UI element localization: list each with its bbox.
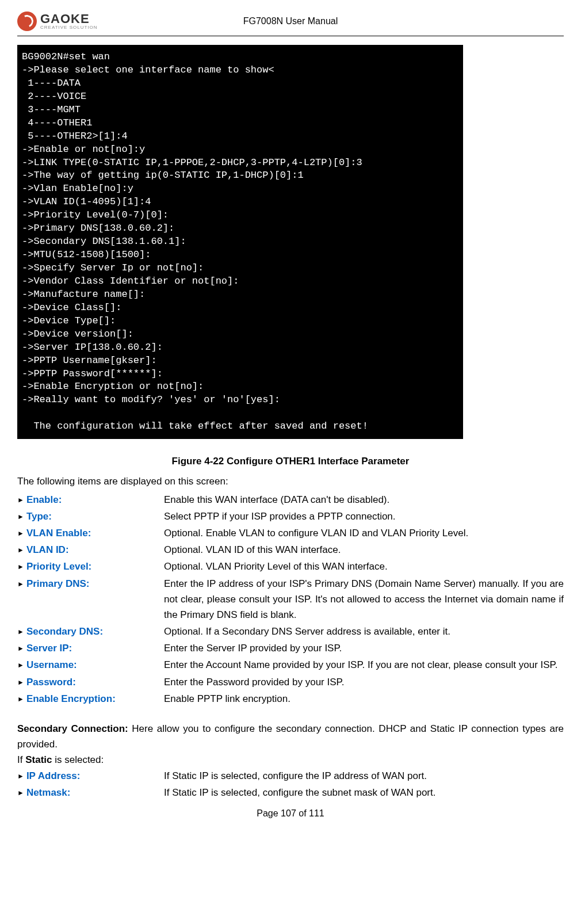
triangle-icon: ► xyxy=(17,511,24,522)
param-label: Secondary DNS: xyxy=(26,624,103,639)
param-label-col: ►Enable: xyxy=(17,492,164,507)
param-label-col: ►Server IP: xyxy=(17,640,164,656)
param-label: Server IP: xyxy=(26,640,72,656)
triangle-icon: ► xyxy=(17,627,24,637)
param-description: Select PPTP if your ISP provides a PPTP … xyxy=(164,509,564,524)
triangle-icon: ► xyxy=(17,788,24,799)
param-label: VLAN ID: xyxy=(26,542,69,558)
terminal-screenshot: BG9002N#set wan ->Please select one inte… xyxy=(17,45,463,439)
param-description: Optional. VLAN Priority Level of this WA… xyxy=(164,559,564,574)
param-label: VLAN Enable: xyxy=(26,525,91,541)
figure-caption: Figure 4-22 Configure OTHER1 Interface P… xyxy=(17,453,564,469)
triangle-icon: ► xyxy=(17,677,24,688)
param-label-col: ►Secondary DNS: xyxy=(17,624,164,639)
intro-text: The following items are displayed on thi… xyxy=(17,474,564,489)
param-label-col: ►VLAN Enable: xyxy=(17,525,164,541)
param-row: ►VLAN ID:Optional. VLAN ID of this WAN i… xyxy=(17,542,564,558)
param-label: Primary DNS: xyxy=(26,576,90,591)
logo-name: GAOKE xyxy=(40,13,98,25)
static-intro: If Static is selected: xyxy=(17,752,564,768)
param-row: ►IP Address:If Static IP is selected, co… xyxy=(17,768,564,784)
param-row: ►Type:Select PPTP if your ISP provides a… xyxy=(17,509,564,524)
secondary-connection-section: Secondary Connection: Here allow you to … xyxy=(17,721,564,752)
param-row: ►VLAN Enable:Optional. Enable VLAN to co… xyxy=(17,525,564,541)
static-parameters-list: ►IP Address:If Static IP is selected, co… xyxy=(17,768,564,800)
param-label: Enable Encryption: xyxy=(26,691,116,707)
triangle-icon: ► xyxy=(17,528,24,539)
triangle-icon: ► xyxy=(17,562,24,572)
triangle-icon: ► xyxy=(17,579,24,590)
param-row: ►Secondary DNS:Optional. If a Secondary … xyxy=(17,624,564,639)
document-title: FG7008N User Manual xyxy=(243,14,338,29)
param-label-col: ►VLAN ID: xyxy=(17,542,164,558)
param-description: Enter the IP address of your ISP's Prima… xyxy=(164,576,564,623)
param-description: Enable PPTP link encryption. xyxy=(164,691,564,707)
param-row: ►Enable:Enable this WAN interface (DATA … xyxy=(17,492,564,507)
logo-icon xyxy=(17,12,37,31)
param-row: ►Netmask:If Static IP is selected, confi… xyxy=(17,785,564,800)
param-description: Optional. VLAN ID of this WAN interface. xyxy=(164,542,564,558)
logo-tagline: CREATIVE SOLUTION xyxy=(40,25,98,30)
param-label-col: ►Username: xyxy=(17,657,164,673)
param-row: ►Priority Level:Optional. VLAN Priority … xyxy=(17,559,564,574)
param-description: Enter the Password provided by your ISP. xyxy=(164,674,564,690)
param-label: Priority Level: xyxy=(26,559,91,574)
param-label: Type: xyxy=(26,509,52,524)
triangle-icon: ► xyxy=(17,771,24,782)
param-label-col: ►Enable Encryption: xyxy=(17,691,164,707)
param-label-col: ►Primary DNS: xyxy=(17,576,164,591)
param-row: ►Server IP:Enter the Server IP provided … xyxy=(17,640,564,656)
parameters-list: ►Enable:Enable this WAN interface (DATA … xyxy=(17,492,564,707)
param-label: Netmask: xyxy=(26,785,71,800)
param-label: Enable: xyxy=(26,492,62,507)
param-description: If Static IP is selected, configure the … xyxy=(164,768,564,784)
logo: GAOKE CREATIVE SOLUTION xyxy=(17,12,98,31)
param-label-col: ►Netmask: xyxy=(17,785,164,800)
page-header: GAOKE CREATIVE SOLUTION FG7008N User Man… xyxy=(17,12,564,36)
param-row: ►Username:Enter the Account Name provide… xyxy=(17,657,564,673)
triangle-icon: ► xyxy=(17,545,24,556)
secondary-heading: Secondary Connection: xyxy=(17,723,128,734)
page-footer: Page 107 of 111 xyxy=(17,806,564,821)
param-label: Username: xyxy=(26,657,77,673)
param-label-col: ►Priority Level: xyxy=(17,559,164,574)
param-row: ►Enable Encryption:Enable PPTP link encr… xyxy=(17,691,564,707)
param-label-col: ►IP Address: xyxy=(17,768,164,784)
triangle-icon: ► xyxy=(17,694,24,705)
triangle-icon: ► xyxy=(17,495,24,506)
param-description: Optional. Enable VLAN to configure VLAN … xyxy=(164,525,564,541)
param-label-col: ►Password: xyxy=(17,674,164,690)
param-description: If Static IP is selected, configure the … xyxy=(164,785,564,800)
triangle-icon: ► xyxy=(17,643,24,654)
param-row: ►Password:Enter the Password provided by… xyxy=(17,674,564,690)
param-label: Password: xyxy=(26,674,76,690)
param-description: Enter the Server IP provided by your ISP… xyxy=(164,640,564,656)
param-row: ►Primary DNS:Enter the IP address of you… xyxy=(17,576,564,623)
param-description: Optional. If a Secondary DNS Server addr… xyxy=(164,624,564,639)
param-label-col: ►Type: xyxy=(17,509,164,524)
triangle-icon: ► xyxy=(17,660,24,671)
param-label: IP Address: xyxy=(26,768,81,784)
param-description: Enter the Account Name provided by your … xyxy=(164,657,564,673)
param-description: Enable this WAN interface (DATA can't be… xyxy=(164,492,564,507)
